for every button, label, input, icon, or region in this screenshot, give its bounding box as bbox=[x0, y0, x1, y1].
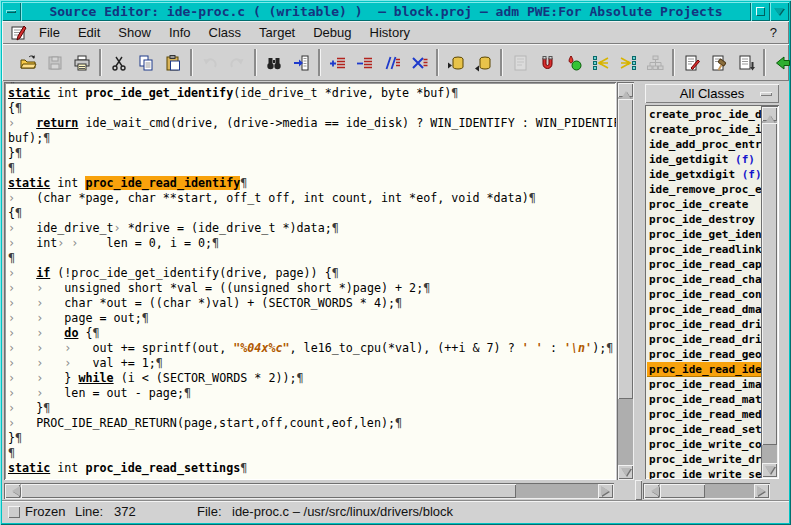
function-name: proc_ide_read_cha bbox=[649, 273, 761, 286]
class-list-item[interactable]: proc_ide_write_se bbox=[647, 467, 761, 479]
class-list-item[interactable]: ide_add_proc_entr bbox=[647, 137, 761, 152]
menu-debug[interactable]: Debug bbox=[304, 22, 360, 43]
print-button[interactable] bbox=[69, 49, 94, 76]
scrollbar-thumb[interactable] bbox=[21, 484, 516, 498]
unindent-button[interactable] bbox=[352, 49, 377, 76]
load-doc-button[interactable] bbox=[733, 49, 758, 76]
uncomment-button[interactable] bbox=[406, 49, 431, 76]
ink-drop-button[interactable] bbox=[561, 49, 586, 76]
titlebar[interactable]: Source Editor: ide-proc.c ( (writable) )… bbox=[2, 2, 789, 21]
editor-vertical-scrollbar[interactable] bbox=[617, 82, 634, 480]
toolbar-separator bbox=[99, 49, 101, 76]
class-list-item[interactable]: proc_ide_read_cha bbox=[647, 272, 761, 287]
magnet-icon bbox=[538, 54, 556, 72]
class-list-item[interactable]: proc_ide_read_dri bbox=[647, 317, 761, 332]
function-name: proc_ide_readlink bbox=[649, 243, 761, 256]
callees-button[interactable] bbox=[615, 49, 640, 76]
code-line: static int proc_ide_read_identify¶ bbox=[8, 176, 616, 191]
edit-source-button[interactable] bbox=[679, 49, 704, 76]
open-file-button[interactable] bbox=[15, 49, 40, 76]
cut-button[interactable] bbox=[106, 49, 131, 76]
help-menu[interactable]: ? bbox=[770, 25, 789, 40]
scrollbar-thumb[interactable] bbox=[618, 99, 633, 399]
class-list-item[interactable]: ide_getdigit (f) bbox=[647, 152, 761, 167]
arrow-left-icon bbox=[7, 486, 20, 496]
class-list-item[interactable]: proc_ide_write_co bbox=[647, 437, 761, 452]
scrollbar-thumb[interactable] bbox=[660, 484, 705, 498]
class-list-item[interactable]: proc_ide_get_iden bbox=[647, 227, 761, 242]
class-list-item[interactable]: proc_ide_read_med bbox=[647, 407, 761, 422]
find-button[interactable] bbox=[261, 49, 286, 76]
class-list-item-selected[interactable]: proc_ide_read_ide bbox=[647, 362, 761, 377]
copy-button[interactable] bbox=[133, 49, 158, 76]
class-list[interactable]: create_proc_ide_dcreate_proc_ide_iide_ad… bbox=[645, 105, 779, 479]
shade-button[interactable] bbox=[770, 2, 789, 21]
class-list-item[interactable]: proc_ide_read_mat bbox=[647, 392, 761, 407]
class-list-item[interactable]: proc_ide_read_con bbox=[647, 287, 761, 302]
scroll-left-button[interactable] bbox=[5, 484, 20, 498]
back-button[interactable] bbox=[770, 49, 791, 76]
paste-button[interactable] bbox=[160, 49, 185, 76]
scroll-up-button[interactable] bbox=[762, 107, 777, 121]
scroll-down-button[interactable] bbox=[762, 463, 777, 477]
class-list-item[interactable]: proc_ide_read_dma bbox=[647, 302, 761, 317]
function-name: ide_add_proc_entr bbox=[649, 138, 761, 151]
undo-button bbox=[197, 49, 222, 76]
scroll-up-button[interactable] bbox=[618, 83, 633, 97]
menu-edit[interactable]: Edit bbox=[69, 22, 109, 43]
menu-info[interactable]: Info bbox=[160, 22, 200, 43]
function-name: proc_ide_read_med bbox=[649, 408, 761, 421]
undo-icon bbox=[201, 54, 219, 72]
goto-line-button[interactable] bbox=[288, 49, 313, 76]
class-list-item[interactable]: create_proc_ide_i bbox=[647, 122, 761, 137]
class-list-vertical-scrollbar[interactable] bbox=[761, 106, 778, 478]
code-line: › PROC_IDE_READ_RETURN(page,start,off,co… bbox=[8, 416, 616, 431]
callers-button[interactable] bbox=[588, 49, 613, 76]
code-editor[interactable]: ¶static int proc_ide_get_identify(ide_dr… bbox=[4, 82, 616, 480]
function-name: create_proc_ide_d bbox=[649, 108, 761, 121]
class-list-item[interactable]: proc_ide_read_ima bbox=[647, 377, 761, 392]
back-icon bbox=[774, 54, 791, 72]
code-line: }¶ bbox=[8, 431, 616, 446]
class-list-item[interactable]: proc_ide_read_dri bbox=[647, 332, 761, 347]
class-list-horizontal-scrollbar[interactable] bbox=[643, 483, 770, 499]
scrollbar-thumb[interactable] bbox=[762, 123, 777, 445]
function-name: proc_ide_read_ima bbox=[649, 378, 761, 391]
class-list-item[interactable]: ide_remove_proc_e bbox=[647, 182, 761, 197]
menu-history[interactable]: History bbox=[361, 22, 419, 43]
class-list-item[interactable]: proc_ide_create bbox=[647, 197, 761, 212]
function-flag: (f) bbox=[735, 168, 761, 181]
remove-from-target-button[interactable] bbox=[470, 49, 495, 76]
scroll-down-button[interactable] bbox=[618, 465, 633, 479]
code-line: › › len = out - page;¶ bbox=[8, 386, 616, 401]
menu-file[interactable]: File bbox=[30, 22, 69, 43]
window-menu-button[interactable] bbox=[2, 2, 21, 21]
code-line: › (char *page, char **start, off_t off, … bbox=[8, 191, 616, 206]
menu-class[interactable]: Class bbox=[200, 22, 251, 43]
goto-line-icon bbox=[292, 54, 310, 72]
scroll-right-button[interactable] bbox=[598, 484, 613, 498]
class-filter-dropdown[interactable]: All Classes bbox=[645, 84, 779, 103]
class-list-item[interactable]: proc_ide_destroy bbox=[647, 212, 761, 227]
magnet-button[interactable] bbox=[534, 49, 559, 76]
editor-horizontal-scrollbar[interactable] bbox=[4, 483, 614, 499]
class-list-item[interactable]: proc_ide_write_dr bbox=[647, 452, 761, 467]
class-list-item[interactable]: ide_getxdigit (f) bbox=[647, 167, 761, 182]
add-to-target-button[interactable] bbox=[443, 49, 468, 76]
class-list-item[interactable]: proc_ide_readlink bbox=[647, 242, 761, 257]
pane-sash[interactable] bbox=[635, 480, 642, 500]
indent-button[interactable] bbox=[325, 49, 350, 76]
scroll-right-button[interactable] bbox=[754, 484, 769, 498]
scroll-left-button[interactable] bbox=[644, 484, 659, 498]
class-list-item[interactable]: proc_ide_read_geo bbox=[647, 347, 761, 362]
frozen-toggle[interactable] bbox=[8, 506, 20, 518]
menu-target[interactable]: Target bbox=[250, 22, 304, 43]
comment-button[interactable] bbox=[379, 49, 404, 76]
class-list-item[interactable]: proc_ide_read_set bbox=[647, 422, 761, 437]
maximize-button[interactable] bbox=[751, 2, 770, 21]
class-list-item[interactable]: proc_ide_read_cap bbox=[647, 257, 761, 272]
class-list-item[interactable]: create_proc_ide_d bbox=[647, 107, 761, 122]
menu-show[interactable]: Show bbox=[109, 22, 160, 43]
function-name: proc_ide_get_iden bbox=[649, 228, 761, 241]
build-button[interactable] bbox=[706, 49, 731, 76]
